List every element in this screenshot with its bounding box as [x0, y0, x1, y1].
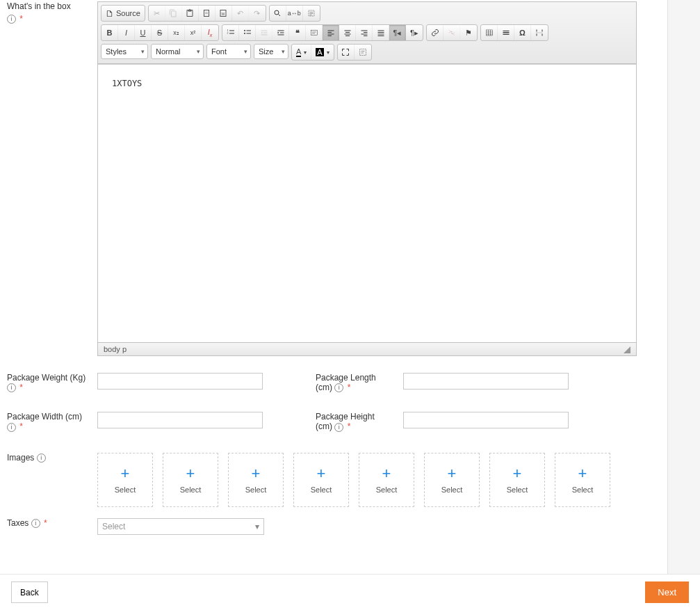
svg-text:2: 2 — [227, 32, 228, 35]
required-mark: * — [19, 383, 23, 392]
anchor-button[interactable]: ⚑ — [460, 25, 477, 40]
hr-button[interactable] — [498, 25, 514, 40]
special-char-button[interactable]: Ω — [514, 25, 531, 40]
align-justify-button[interactable] — [373, 25, 389, 40]
link-icon — [431, 29, 439, 37]
editor-breadcrumb[interactable]: body p — [104, 345, 127, 353]
svg-rect-0 — [204, 10, 209, 17]
back-button[interactable]: Back — [11, 581, 48, 603]
align-justify-icon — [377, 29, 385, 37]
package-width-input[interactable] — [97, 412, 263, 428]
underline-button[interactable]: U — [135, 25, 152, 40]
cut-button: ✂ — [149, 6, 165, 21]
numbered-list-button[interactable]: 12 — [222, 25, 239, 40]
align-right-button[interactable] — [356, 25, 373, 40]
image-slot[interactable]: +Select — [424, 453, 480, 507]
info-icon[interactable]: i — [334, 383, 343, 392]
taxes-select[interactable]: Select — [97, 518, 264, 535]
copy-button — [165, 6, 182, 21]
info-icon[interactable]: i — [37, 454, 46, 463]
div-button[interactable] — [306, 25, 323, 40]
select-all-button[interactable] — [303, 6, 320, 21]
image-slot[interactable]: +Select — [489, 453, 545, 507]
package-weight-input[interactable] — [97, 373, 263, 390]
italic-button[interactable]: I — [118, 25, 135, 40]
svg-rect-11 — [359, 49, 366, 56]
strike-button[interactable]: S — [152, 25, 168, 40]
image-slot-label: Select — [572, 485, 594, 494]
page-break-button[interactable] — [531, 25, 548, 40]
format-select[interactable]: Normal — [151, 44, 204, 59]
label-taxes: Taxes — [7, 518, 29, 528]
label-package-height: Package Height (cm) — [316, 412, 375, 431]
font-select[interactable]: Font — [206, 44, 251, 59]
image-slot[interactable]: +Select — [97, 453, 153, 507]
rich-text-editor: Source ✂ W ↶ ↷ a↔b — [97, 1, 637, 356]
info-icon[interactable]: i — [31, 519, 40, 528]
svg-rect-4 — [309, 10, 314, 16]
paste-icon — [186, 9, 194, 17]
superscript-button[interactable]: x² — [185, 25, 202, 40]
remove-format-button[interactable]: Ix — [202, 25, 218, 40]
info-icon[interactable]: i — [334, 423, 343, 432]
source-label: Source — [116, 9, 140, 17]
undo-button: ↶ — [232, 6, 249, 21]
outdent-button — [256, 25, 272, 40]
rtl-button[interactable]: ¶▸ — [406, 25, 423, 40]
find-button[interactable] — [270, 6, 286, 21]
package-length-input[interactable] — [403, 373, 569, 390]
svg-rect-10 — [486, 30, 492, 35]
bulleted-list-button[interactable] — [239, 25, 256, 40]
indent-button[interactable] — [272, 25, 289, 40]
paste-text-button[interactable] — [199, 6, 215, 21]
package-height-input[interactable] — [403, 412, 569, 428]
editor-content-area[interactable]: 1XTOYS — [98, 64, 636, 342]
image-slot[interactable]: +Select — [359, 453, 414, 507]
label-package-weight: Package Weight (Kg) — [7, 373, 86, 383]
image-slot[interactable]: +Select — [163, 453, 218, 507]
info-icon[interactable]: i — [7, 383, 16, 392]
image-slot-label: Select — [245, 485, 267, 494]
bg-color-button[interactable]: A▾ — [311, 45, 333, 60]
link-button[interactable] — [427, 25, 443, 40]
blockquote-button[interactable]: ❝ — [289, 25, 306, 40]
bold-button[interactable]: B — [101, 25, 118, 40]
info-icon[interactable]: i — [7, 423, 16, 432]
required-mark: * — [19, 422, 23, 431]
replace-button[interactable]: a↔b — [286, 6, 303, 21]
plus-icon: + — [317, 466, 326, 481]
size-select[interactable]: Size — [254, 44, 288, 59]
info-icon[interactable]: i — [7, 15, 16, 24]
paste-word-icon: W — [219, 9, 227, 17]
align-right-icon — [360, 29, 368, 37]
unlink-icon — [448, 29, 456, 37]
styles-select[interactable]: Styles — [101, 44, 148, 59]
blocks-icon — [359, 48, 367, 56]
plus-icon: + — [382, 466, 391, 481]
outdent-icon — [260, 29, 268, 37]
image-slot[interactable]: +Select — [293, 453, 349, 507]
ltr-button[interactable]: ¶◂ — [389, 25, 406, 40]
align-center-button[interactable] — [339, 25, 356, 40]
image-upload-row: +Select+Select+Select+Select+Select+Sele… — [97, 453, 610, 507]
svg-point-3 — [275, 10, 279, 15]
image-slot-label: Select — [115, 485, 136, 494]
paste-word-button[interactable]: W — [215, 6, 232, 21]
image-slot-label: Select — [376, 485, 398, 494]
resize-handle[interactable] — [624, 346, 630, 353]
text-color-button[interactable]: A▾ — [292, 45, 311, 60]
image-slot[interactable]: +Select — [555, 453, 610, 507]
required-mark: * — [348, 422, 351, 431]
required-mark: * — [348, 383, 351, 392]
show-blocks-button[interactable] — [355, 45, 371, 60]
maximize-button[interactable] — [338, 45, 355, 60]
next-button[interactable]: Next — [645, 581, 689, 603]
source-button[interactable]: Source — [101, 6, 145, 21]
subscript-button[interactable]: x₂ — [168, 25, 185, 40]
div-icon — [310, 29, 318, 37]
image-slot[interactable]: +Select — [228, 453, 284, 507]
table-button[interactable] — [481, 25, 498, 40]
hr-icon — [502, 29, 510, 37]
paste-button[interactable] — [182, 6, 199, 21]
align-left-button[interactable] — [323, 25, 339, 40]
